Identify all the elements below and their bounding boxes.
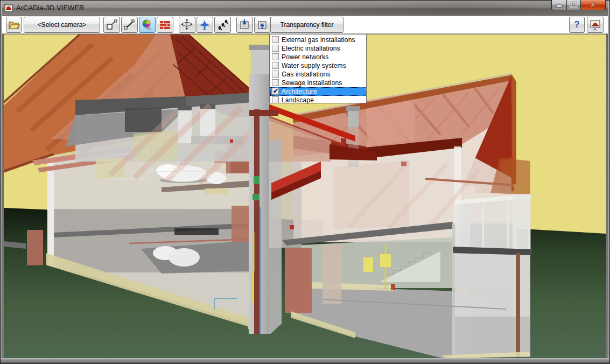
svg-text:X: X xyxy=(591,1,595,9)
